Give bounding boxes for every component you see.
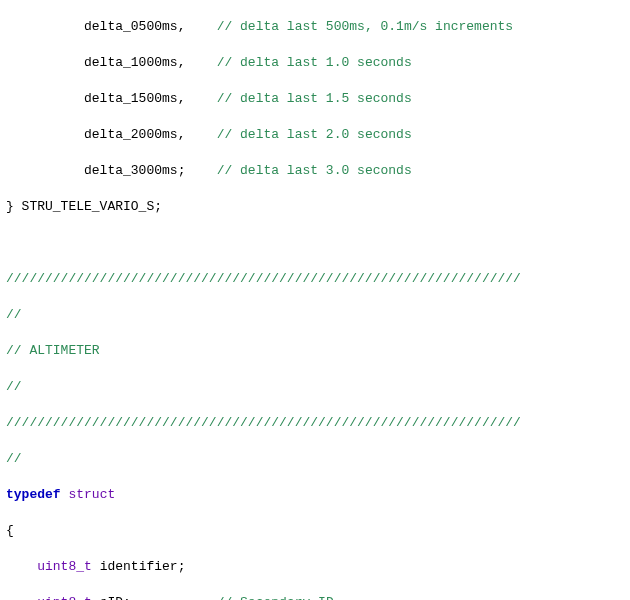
code-viewer: delta_0500ms, // delta last 500ms, 0.1m/… xyxy=(0,0,630,600)
code-line: } STRU_TELE_VARIO_S; xyxy=(6,198,630,216)
blank-line xyxy=(6,234,630,252)
member-name: delta_1500ms, xyxy=(84,91,185,106)
member-name: sID; xyxy=(100,595,194,600)
member-line: uint8_t identifier; xyxy=(6,558,630,576)
comment: // delta last 500ms, 0.1m/s increments xyxy=(217,19,513,34)
brace-open: { xyxy=(6,522,630,540)
comment-line: // xyxy=(6,450,630,468)
comment: // delta last 2.0 seconds xyxy=(217,127,412,142)
comment: // delta last 1.0 seconds xyxy=(217,55,412,70)
type-name: uint8_t xyxy=(37,595,92,600)
member-indent xyxy=(6,163,84,178)
code-line: delta_1500ms, // delta last 1.5 seconds xyxy=(6,90,630,108)
code-line: delta_1000ms, // delta last 1.0 seconds xyxy=(6,54,630,72)
comment: // delta last 3.0 seconds xyxy=(217,163,412,178)
member-indent xyxy=(6,19,84,34)
member-name: delta_2000ms, xyxy=(84,127,185,142)
typedef-keyword: typedef xyxy=(6,487,61,502)
member-name: delta_0500ms, xyxy=(84,19,185,34)
member-indent xyxy=(6,91,84,106)
comment: // Secondary ID xyxy=(193,595,333,600)
member-name: identifier; xyxy=(100,559,186,574)
member-line: uint8_t sID; // Secondary ID xyxy=(6,594,630,600)
code-line: delta_3000ms; // delta last 3.0 seconds xyxy=(6,162,630,180)
member-name: delta_3000ms; xyxy=(84,163,185,178)
member-indent xyxy=(6,55,84,70)
code-line: delta_2000ms, // delta last 2.0 seconds xyxy=(6,126,630,144)
comment-title: // ALTIMETER xyxy=(6,342,630,360)
struct-keyword: struct xyxy=(68,487,115,502)
comment-bar: ////////////////////////////////////////… xyxy=(6,270,630,288)
comment-bar: ////////////////////////////////////////… xyxy=(6,414,630,432)
comment: // delta last 1.5 seconds xyxy=(217,91,412,106)
member-name: delta_1000ms, xyxy=(84,55,185,70)
type-name: uint8_t xyxy=(37,559,92,574)
member-indent xyxy=(6,127,84,142)
comment-line: // xyxy=(6,306,630,324)
struct-close: } STRU_TELE_VARIO_S; xyxy=(6,199,162,214)
comment-line: // xyxy=(6,378,630,396)
code-line: delta_0500ms, // delta last 500ms, 0.1m/… xyxy=(6,18,630,36)
typedef-line: typedef struct xyxy=(6,486,630,504)
